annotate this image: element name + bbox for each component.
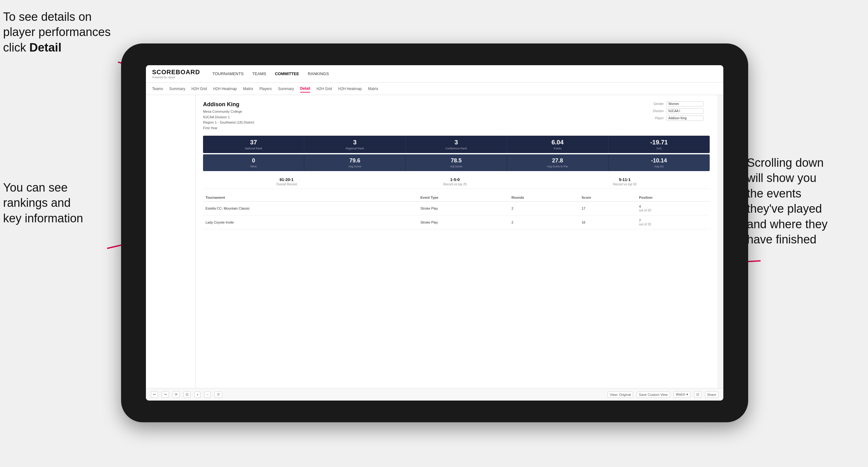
stat-avg-score-par-label: Avg Score to Par bbox=[509, 165, 606, 168]
row2-event-type: Stroke Play bbox=[418, 216, 509, 229]
subnav-summary2[interactable]: Summary bbox=[278, 85, 294, 92]
division-select[interactable]: NJCAA I bbox=[666, 108, 704, 114]
player-header: Addison King Mesa Community College NJCA… bbox=[203, 101, 710, 131]
left-sidebar bbox=[146, 95, 195, 388]
division-control-row: Division NJCAA I bbox=[648, 108, 710, 114]
right-panel bbox=[717, 95, 723, 388]
stat-conference-rank-value: 3 bbox=[408, 139, 504, 146]
col-rounds: Rounds bbox=[509, 194, 579, 201]
toolbar-zoom-fit[interactable]: ⊡ bbox=[183, 391, 191, 398]
stat-regional-rank-label: Regional Rank bbox=[307, 147, 403, 150]
main-content: Addison King Mesa Community College NJCA… bbox=[146, 95, 723, 388]
gender-select[interactable]: Women bbox=[666, 101, 704, 106]
subnav-h2h-heatmap[interactable]: H2H Heatmap bbox=[213, 85, 237, 92]
stat-wins-label: Wins bbox=[206, 165, 302, 168]
subnav-teams[interactable]: Teams bbox=[152, 85, 163, 92]
nav-committee[interactable]: COMMITTEE bbox=[275, 70, 299, 77]
toolbar-zoom-out[interactable]: − bbox=[204, 392, 211, 398]
nav-tournaments[interactable]: TOURNAMENTS bbox=[212, 70, 243, 77]
sub-nav: Teams Summary H2H Grid H2H Heatmap Matri… bbox=[146, 83, 723, 95]
gender-label: Gender bbox=[648, 102, 664, 105]
player-controls: Gender Women Division NJCAA I bbox=[648, 101, 710, 131]
toolbar-share[interactable]: Share bbox=[705, 392, 718, 398]
stat-wins-value: 0 bbox=[206, 157, 302, 164]
nav-teams[interactable]: TEAMS bbox=[252, 70, 266, 77]
player-name: Addison King bbox=[203, 101, 254, 108]
toolbar-redo[interactable]: ↪ bbox=[162, 391, 169, 398]
subnav-detail[interactable]: Detail bbox=[300, 85, 310, 93]
records-row: 91-20-1 Overall Record 1-5-0 Record vs t… bbox=[203, 175, 710, 189]
stat-conference-rank-label: Conference Rank bbox=[408, 147, 504, 150]
record-top25-value: 1-5-0 bbox=[443, 177, 467, 182]
subnav-h2h-grid[interactable]: H2H Grid bbox=[191, 85, 207, 92]
toolbar-watch[interactable]: Watch ▾ bbox=[674, 391, 690, 398]
stats-row-1: 37 National Rank 3 Regional Rank 3 Confe… bbox=[203, 136, 710, 153]
table-row: Lady Coyote Invite Stroke Play 2 16 7out… bbox=[203, 216, 710, 229]
player-year: First Year bbox=[203, 125, 254, 131]
row1-event-type: Stroke Play bbox=[418, 201, 509, 216]
player-info: Addison King Mesa Community College NJCA… bbox=[203, 101, 254, 131]
stat-national-rank-value: 37 bbox=[206, 139, 302, 146]
player-college: Mesa Community College bbox=[203, 109, 254, 115]
player-label: Player bbox=[648, 117, 664, 120]
division-label: Division bbox=[648, 109, 664, 113]
toolbar-view-original[interactable]: View: Original bbox=[608, 392, 633, 398]
row2-score: 16 bbox=[579, 216, 637, 229]
stat-avg-score-par: 27.8 Avg Score to Par bbox=[507, 154, 608, 171]
toolbar-zoom-in[interactable]: + bbox=[194, 392, 200, 398]
watch-label: Watch ▾ bbox=[676, 393, 688, 397]
stat-sos: -19.71 SoS bbox=[609, 136, 710, 153]
toolbar-undo[interactable]: ↩ bbox=[151, 391, 158, 398]
subnav-h2h-grid2[interactable]: H2H Grid bbox=[316, 85, 332, 92]
stat-adj-score-value: 78.5 bbox=[408, 157, 504, 164]
share-label: Share bbox=[707, 393, 716, 397]
table-header-row: Tournament Event Type Rounds Score Posit… bbox=[203, 194, 710, 201]
row2-spacer bbox=[398, 216, 418, 229]
toolbar-save-custom[interactable]: Save Custom View bbox=[637, 392, 670, 398]
record-top25-label: Record vs top 25 bbox=[443, 183, 467, 186]
stat-avg-sg: -10.14 Avg SG bbox=[609, 154, 710, 171]
row1-tournament: Estella CC- Mountain Classic bbox=[203, 201, 398, 216]
stat-national-rank: 37 National Rank bbox=[203, 136, 304, 153]
stat-sos-value: -19.71 bbox=[611, 139, 707, 146]
row1-score: 17 bbox=[579, 201, 637, 216]
tablet-screen: SCOREBOARD Powered by clippd TOURNAMENTS… bbox=[146, 65, 723, 401]
tablet-frame: SCOREBOARD Powered by clippd TOURNAMENTS… bbox=[121, 43, 748, 422]
record-top50: 5-11-1 Record vs top 50 bbox=[613, 177, 637, 186]
stat-avg-score: 79.6 Avg Score bbox=[304, 154, 405, 171]
subnav-matrix[interactable]: Matrix bbox=[243, 85, 253, 92]
top-nav: SCOREBOARD Powered by clippd TOURNAMENTS… bbox=[146, 65, 723, 83]
record-top50-label: Record vs top 50 bbox=[613, 183, 637, 186]
col-tournament: Tournament bbox=[203, 194, 398, 201]
player-division: NJCAA Division 1 bbox=[203, 115, 254, 120]
annotation-bottomleft: You can see rankings and key information bbox=[3, 180, 108, 226]
logo: SCOREBOARD Powered by clippd bbox=[152, 69, 200, 79]
stat-conference-rank: 3 Conference Rank bbox=[406, 136, 507, 153]
stat-avg-score-label: Avg Score bbox=[307, 165, 403, 168]
subnav-summary[interactable]: Summary bbox=[169, 85, 185, 92]
row2-position: 7out of 20 bbox=[637, 216, 710, 229]
player-select[interactable]: Addison King bbox=[666, 116, 704, 121]
nav-rankings[interactable]: RANKINGS bbox=[308, 70, 329, 77]
main-nav: TOURNAMENTS TEAMS COMMITTEE RANKINGS bbox=[212, 70, 329, 77]
subnav-players[interactable]: Players bbox=[259, 85, 272, 92]
stat-avg-score-value: 79.6 bbox=[307, 157, 403, 164]
record-overall: 91-20-1 Overall Record bbox=[276, 177, 297, 186]
toolbar-screen[interactable]: ⊡ bbox=[694, 391, 701, 398]
logo-main-text: SCOREBOARD bbox=[152, 69, 200, 76]
stat-regional-rank-value: 3 bbox=[307, 139, 403, 146]
subnav-h2h-heatmap2[interactable]: H2H Heatmap bbox=[338, 85, 362, 92]
toolbar-refresh[interactable]: ⟳ bbox=[173, 391, 180, 398]
subnav-matrix2[interactable]: Matrix bbox=[368, 85, 378, 92]
stat-sos-label: SoS bbox=[611, 147, 707, 150]
view-original-label: View: Original bbox=[610, 393, 631, 397]
row2-rounds: 2 bbox=[509, 216, 579, 229]
stat-points: 6.04 Points bbox=[507, 136, 608, 153]
stat-regional-rank: 3 Regional Rank bbox=[304, 136, 405, 153]
annotation-bottomright: Scrolling down will show you the events … bbox=[747, 155, 865, 247]
table-row: Estella CC- Mountain Classic Stroke Play… bbox=[203, 201, 710, 216]
record-top50-value: 5-11-1 bbox=[613, 177, 637, 182]
stat-avg-sg-label: Avg SG bbox=[611, 165, 707, 168]
stat-adj-score: 78.5 Adj Score bbox=[406, 154, 507, 171]
toolbar-timer[interactable]: ⏱ bbox=[215, 392, 222, 398]
